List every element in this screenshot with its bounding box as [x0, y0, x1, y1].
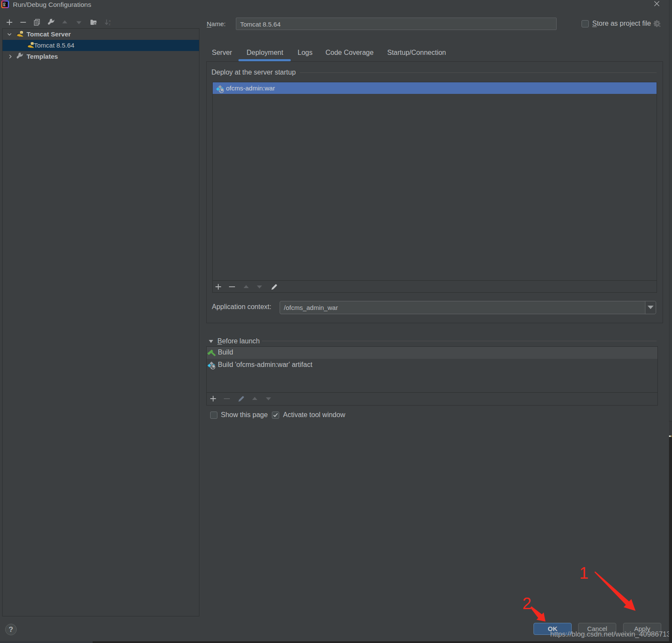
svg-text:2: 2 — [522, 595, 531, 613]
svg-text:1: 1 — [579, 564, 588, 582]
